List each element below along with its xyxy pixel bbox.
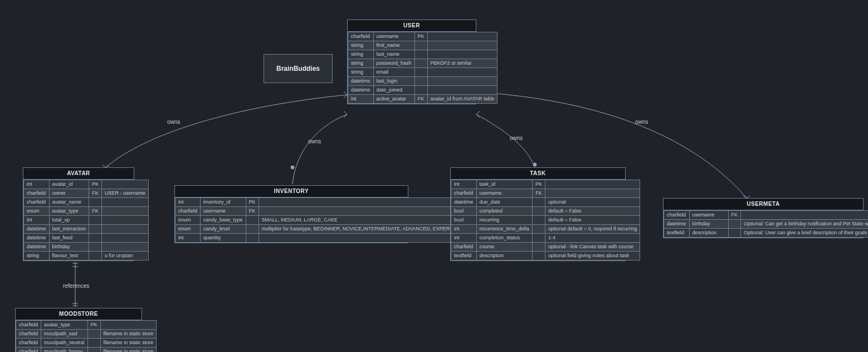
field-row: intquantity bbox=[175, 234, 456, 243]
entity-title: MOODSTORE bbox=[16, 308, 142, 320]
field-row: charfieldmoodpath_neutralfilename in sta… bbox=[16, 339, 157, 348]
field-name: total_xp bbox=[49, 216, 89, 225]
field-key bbox=[533, 207, 545, 216]
field-note bbox=[427, 86, 498, 95]
field-note: optional bbox=[545, 198, 640, 207]
field-name: quantity bbox=[201, 234, 246, 243]
entity-user[interactable]: USER charfieldusernamePKstringfirst_name… bbox=[347, 20, 476, 104]
field-type: charfield bbox=[348, 32, 374, 41]
field-row: enumavatar_typeFK bbox=[24, 207, 149, 216]
field-name: inventory_id bbox=[201, 198, 246, 207]
field-type: string bbox=[348, 41, 374, 50]
field-type: charfield bbox=[16, 339, 41, 348]
project-label: BrainBuddies bbox=[264, 54, 333, 83]
field-key bbox=[87, 348, 100, 353]
field-row: stringpassword_hashPBKDF2 or similar bbox=[348, 59, 498, 68]
field-note bbox=[102, 207, 149, 216]
field-row: datetimedate_joined bbox=[348, 86, 498, 95]
field-name: avatar_name bbox=[49, 198, 89, 207]
field-key bbox=[89, 225, 102, 234]
entity-title: TASK bbox=[451, 168, 625, 180]
field-name: email bbox=[373, 68, 415, 77]
field-row: intrecurrence_time_deltaoptional default… bbox=[451, 225, 640, 234]
entity-title: AVATAR bbox=[23, 168, 134, 180]
field-type: string bbox=[348, 68, 374, 77]
field-row: enumcandy_levelmultiplier for basetype, … bbox=[175, 225, 456, 234]
field-type: bool bbox=[451, 207, 477, 216]
field-row: inttotal_xp bbox=[24, 216, 149, 225]
entity-moodstore[interactable]: MOODSTORE charfieldavatar_typePKcharfiel… bbox=[15, 308, 142, 352]
entity-avatar[interactable]: AVATAR intavatar_idPKcharfieldownerFKUSE… bbox=[23, 167, 134, 261]
field-name: username bbox=[689, 211, 728, 220]
field-row: stringemail bbox=[348, 68, 498, 77]
svg-point-0 bbox=[291, 166, 294, 169]
field-row: datetimelast_feed bbox=[24, 234, 149, 243]
field-name: username bbox=[476, 189, 533, 198]
entity-title: INVENTORY bbox=[175, 186, 408, 197]
field-row: intinventory_idPK bbox=[175, 198, 456, 207]
field-row: inttask_idPK bbox=[451, 180, 640, 189]
field-key bbox=[728, 220, 741, 229]
field-key bbox=[533, 252, 545, 261]
field-type: int bbox=[24, 216, 50, 225]
field-name: candy_level bbox=[201, 225, 246, 234]
field-name: username bbox=[201, 207, 246, 216]
entity-task[interactable]: TASK inttask_idPKcharfieldusernameFKdate… bbox=[450, 167, 626, 261]
field-name: owner bbox=[49, 189, 89, 198]
field-row: charfieldmoodpath_sadfilename in static … bbox=[16, 330, 157, 339]
field-row: boolcompleteddefault = False bbox=[451, 207, 640, 216]
field-name: avatar_type bbox=[49, 207, 89, 216]
field-type: int bbox=[24, 180, 50, 189]
svg-point-1 bbox=[533, 163, 537, 166]
field-note bbox=[102, 243, 149, 252]
field-note: USER - username bbox=[102, 189, 149, 198]
field-type: int bbox=[451, 234, 477, 243]
field-note: u for uropian bbox=[102, 252, 149, 261]
entity-fields: charfieldavatar_typePKcharfieldmoodpath_… bbox=[16, 320, 157, 352]
field-note bbox=[427, 41, 498, 50]
field-type: datetime bbox=[664, 220, 690, 229]
field-note: filename in static store bbox=[100, 330, 157, 339]
field-note: default = False bbox=[545, 207, 640, 216]
field-type: enum bbox=[24, 207, 50, 216]
field-note bbox=[545, 189, 640, 198]
edge-label-user-avatar: owns bbox=[167, 119, 180, 125]
field-row: enumcandy_base_typeSMALL, MEDIUM, LARGE,… bbox=[175, 216, 456, 225]
field-key bbox=[533, 243, 545, 252]
field-row: intcompletion_status1-4 bbox=[451, 234, 640, 243]
field-type: datetime bbox=[451, 198, 477, 207]
field-note: optional field giving notes about task bbox=[545, 252, 640, 261]
field-note bbox=[102, 216, 149, 225]
field-key bbox=[533, 216, 545, 225]
field-row: stringflavour_textu for uropian bbox=[24, 252, 149, 261]
entity-inventory[interactable]: INVENTORY intinventory_idPKcharfielduser… bbox=[174, 185, 408, 243]
field-key: FK bbox=[89, 189, 102, 198]
field-note bbox=[259, 198, 456, 207]
field-type: charfield bbox=[16, 330, 41, 339]
field-row: charfieldusernameFK bbox=[664, 211, 869, 220]
field-note: filename in static store bbox=[100, 348, 157, 353]
field-type: enum bbox=[175, 225, 201, 234]
field-name: active_avatar bbox=[373, 95, 415, 104]
field-note bbox=[102, 180, 149, 189]
field-note bbox=[427, 50, 498, 59]
field-row: datetimedue_dateoptional bbox=[451, 198, 640, 207]
field-row: charfieldavatar_name bbox=[24, 198, 149, 207]
field-name: last_feed bbox=[49, 234, 89, 243]
field-key: PK bbox=[87, 321, 100, 330]
field-row: datetimebirthdayOptional: Can get a birt… bbox=[664, 220, 869, 229]
field-row: boolrecurringdefault = False bbox=[451, 216, 640, 225]
field-note bbox=[741, 211, 868, 220]
field-note: Optional: Can get a birthday notificatio… bbox=[741, 220, 868, 229]
field-row: charfieldavatar_typePK bbox=[16, 321, 157, 330]
entity-usermeta[interactable]: USERMETA charfieldusernameFKdatetimebirt… bbox=[663, 198, 864, 238]
field-row: charfieldusernamePK bbox=[348, 32, 498, 41]
field-key: FK bbox=[415, 95, 427, 104]
field-name: last_interaction bbox=[49, 225, 89, 234]
field-name: moodpath_neutral bbox=[41, 339, 88, 348]
field-key: PK bbox=[89, 180, 102, 189]
field-type: charfield bbox=[24, 198, 50, 207]
field-note bbox=[259, 207, 456, 216]
field-row: charfieldmoodpath_happyfilename in stati… bbox=[16, 348, 157, 353]
field-key bbox=[89, 216, 102, 225]
